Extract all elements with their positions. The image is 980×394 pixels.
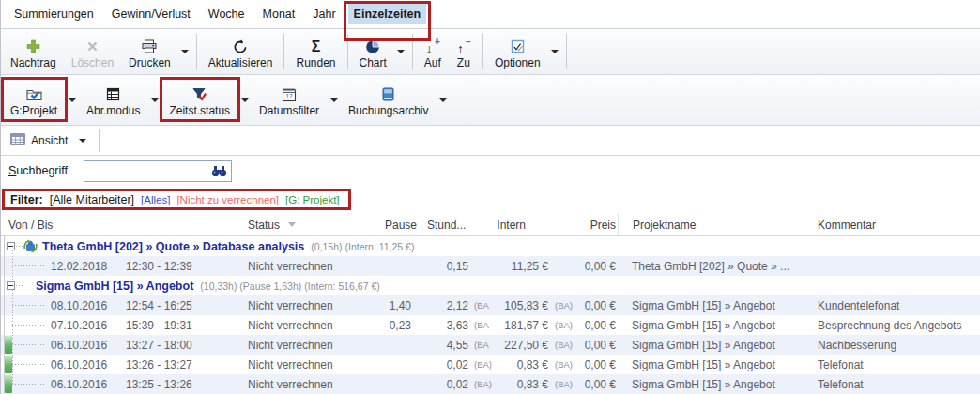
group-title: Theta GmbH [202] » Quote » Database anal…	[42, 240, 304, 253]
chart-dropdown[interactable]	[394, 29, 408, 74]
collapse-toggle[interactable]	[7, 281, 15, 290]
entry-hours-marker: (BA	[470, 335, 499, 355]
search-box	[84, 160, 232, 182]
chevron-down-icon	[551, 50, 559, 53]
search-input[interactable]	[84, 164, 211, 177]
chevron-down-icon	[181, 50, 189, 53]
tab-jahr[interactable]: Jahr	[307, 4, 341, 24]
tree-cell	[1, 296, 51, 315]
tab-gewinn/verlust[interactable]: Gewinn/Verlust	[106, 4, 196, 24]
table-body: Theta GmbH [202] » Quote » Database anal…	[1, 236, 980, 394]
divider	[99, 129, 100, 152]
entry-project-name: Sigma GmbH [15] » Angebot	[618, 374, 814, 394]
entry-comment: Telefonat	[814, 355, 980, 374]
abrmodus-button-label: Abr.modus	[86, 105, 140, 117]
entry-hours: 3,63	[421, 315, 470, 335]
time-entry-row[interactable]: 08.10.201612:54 - 16:25Nicht verrechnen1…	[1, 296, 980, 315]
tab-woche[interactable]: Woche	[203, 4, 251, 24]
column-header-label: Intern	[497, 219, 526, 232]
time-entry-row[interactable]: 07.10.201615:39 - 19:31Nicht verrechnen0…	[1, 315, 980, 335]
drucken-dropdown[interactable]	[178, 29, 192, 74]
time-entry-row[interactable]: 12.02.201812:30 - 12:39Nicht verrechnen0…	[1, 256, 980, 276]
filter-item[interactable]: [Alle Mitarbeiter]	[50, 193, 134, 206]
datumsfilter-button[interactable]: 12Datumsfilter	[252, 75, 327, 125]
entry-pause: 1,40	[365, 296, 421, 315]
column-header-von_bis[interactable]: Von / Bis	[1, 214, 212, 235]
tree-branch	[16, 285, 23, 286]
buchungsarchiv-button[interactable]: Buchungsarchiv	[341, 75, 436, 125]
tree-line	[12, 374, 13, 384]
tree-branch	[16, 246, 23, 247]
time-entry-row[interactable]: 06.10.201613:25 - 13:26Nicht verrechnen0…	[1, 374, 980, 394]
entry-status: Nicht verrechnen	[212, 355, 365, 374]
tree-cell	[1, 355, 51, 374]
aktualisieren-button[interactable]: Aktualisieren	[201, 29, 281, 74]
column-header-stunden[interactable]: Stund...	[421, 214, 486, 235]
nachtrag-button-label: Nachtrag	[10, 57, 56, 69]
tree-cell	[1, 374, 51, 394]
chevron-down-icon	[69, 98, 76, 102]
tab-monat[interactable]: Monat	[257, 4, 301, 24]
entry-price: 0,00 €	[580, 355, 618, 374]
main-toolbar: NachtragLöschenDruckenAktualisierenΣRund…	[1, 29, 980, 75]
entry-hours: 4,55	[421, 335, 470, 355]
time-entry-row[interactable]: 06.10.201613:26 - 13:27Nicht verrechnen0…	[1, 355, 980, 374]
gprojekt-dropdown[interactable]	[65, 75, 79, 125]
column-header-projektname[interactable]: Projektname	[618, 214, 814, 235]
entry-status: Nicht verrechnen	[212, 335, 365, 355]
filter-item[interactable]: [Nicht zu verrechnen]	[176, 194, 279, 205]
abrmodus-dropdown[interactable]	[147, 75, 161, 125]
optionen-button-label: Optionen	[495, 57, 541, 69]
zeitststatus-dropdown[interactable]	[237, 75, 252, 125]
gprojekt-button[interactable]: G:Projekt	[3, 75, 65, 125]
chart-button[interactable]: Chart	[352, 29, 394, 74]
optionen-button[interactable]: Optionen	[487, 29, 548, 74]
group-row[interactable]: Sigma GmbH [15] » Angebot(10,33h) (Pause…	[1, 276, 980, 296]
auf-button[interactable]: ↓+Auf	[417, 29, 449, 74]
entry-project-name: Theta GmbH [202] » Quote » ...	[618, 256, 814, 276]
search-label: Suchbegriff	[8, 164, 84, 177]
entry-hours-marker: (BA	[470, 315, 499, 335]
optionen-dropdown[interactable]	[548, 29, 562, 74]
drucken-button[interactable]: Drucken	[121, 29, 178, 74]
arrow-down-plus-icon: ↓+	[425, 38, 440, 54]
buchungsarchiv-dropdown[interactable]	[436, 75, 450, 125]
tab-summierungen[interactable]: Summierungen	[8, 4, 100, 24]
abrmodus-button[interactable]: Abr.modus	[79, 75, 147, 125]
tree-branch	[12, 384, 44, 385]
entry-status: Nicht verrechnen	[212, 315, 365, 335]
runden-button[interactable]: ΣRunden	[288, 29, 343, 74]
ansicht-dropdown[interactable]	[75, 139, 89, 143]
time-entry-row[interactable]: 06.10.201613:27 - 18:00Nicht verrechnen4…	[1, 335, 980, 355]
column-header-pause[interactable]: Pause	[365, 214, 421, 235]
filter-item[interactable]: [G: Projekt]	[285, 194, 340, 205]
tree-cell	[1, 256, 51, 276]
tree-branch	[12, 344, 44, 345]
ansicht-button[interactable]: Ansicht	[7, 129, 71, 152]
sort-descending-icon	[288, 222, 296, 227]
group-row[interactable]: Theta GmbH [202] » Quote » Database anal…	[1, 236, 980, 256]
column-header-label: Status	[248, 219, 280, 232]
nachtrag-button[interactable]: Nachtrag	[3, 29, 64, 74]
filter-item[interactable]: [Alles]	[141, 194, 170, 205]
tab-einzelzeiten[interactable]: Einzelzeiten	[348, 4, 427, 24]
plus-icon	[25, 38, 41, 54]
column-header-kommentar[interactable]: Kommentar	[814, 214, 980, 235]
svg-text:12: 12	[285, 93, 293, 99]
column-header-intern[interactable]: Intern	[486, 214, 528, 235]
chevron-down-icon	[151, 98, 159, 102]
entry-date: 12.02.2018	[51, 256, 126, 276]
new-entry-indicator	[5, 356, 12, 373]
entry-comment: Nachbesserung	[814, 335, 980, 355]
entry-pause	[365, 355, 421, 374]
column-header-preis[interactable]: Preis	[528, 214, 618, 235]
toolbar-separator	[412, 34, 413, 69]
column-header-label: Stund...	[427, 219, 466, 232]
entry-date: 06.10.2016	[51, 355, 126, 374]
zeitststatus-button[interactable]: Zeitst.status	[161, 75, 237, 125]
datumsfilter-dropdown[interactable]	[327, 75, 341, 125]
printer-icon	[142, 38, 157, 54]
collapse-toggle[interactable]	[7, 242, 15, 250]
zu-button[interactable]: ↑−Zu	[449, 29, 479, 74]
column-header-status[interactable]: Status	[212, 214, 365, 235]
